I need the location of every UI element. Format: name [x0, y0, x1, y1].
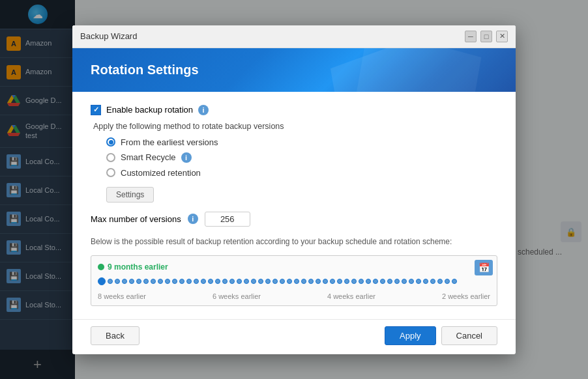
footer-left: Back	[91, 326, 140, 345]
timeline-dot	[179, 279, 184, 284]
enable-rotation-checkbox[interactable]	[91, 105, 101, 115]
radio-smart-recycle-circle[interactable]	[106, 153, 115, 162]
timeline-dot	[251, 279, 256, 284]
radio-from-earliest-circle[interactable]	[106, 137, 115, 147]
settings-button[interactable]: Settings	[106, 187, 154, 203]
dialog-header-banner: Rotation Settings	[72, 48, 516, 92]
close-button[interactable]: ✕	[496, 31, 508, 42]
timeline-dot	[359, 279, 364, 284]
timeline-dot	[437, 279, 443, 284]
timeline-dot	[108, 279, 113, 284]
timeline-dot	[409, 279, 414, 284]
radio-customized-retention[interactable]: Customized retention	[106, 168, 497, 178]
timeline-dot	[244, 279, 249, 284]
enable-rotation-label: Enable backup rotation	[106, 105, 193, 115]
dialog-header-title: Rotation Settings	[91, 63, 497, 77]
timeline-dot	[165, 279, 170, 284]
timeline-axis: 8 weeks earlier 6 weeks earlier 4 weeks …	[98, 290, 490, 305]
timeline-dot	[287, 279, 292, 284]
smart-recycle-info-icon[interactable]: i	[181, 152, 192, 163]
timeline-dot	[373, 279, 378, 284]
timeline-dot	[323, 279, 328, 284]
dialog-overlay: Backup Wizard ─ □ ✕ Rotation Settings En…	[0, 0, 588, 379]
timeline-dot	[380, 279, 385, 284]
timeline-axis-label-1: 8 weeks earlier	[98, 292, 146, 300]
timeline-dot	[344, 279, 349, 284]
timeline-dot	[265, 279, 271, 284]
timeline-dot	[208, 279, 213, 284]
apply-button[interactable]: Apply	[385, 326, 436, 345]
timeline-start-label: 9 months earlier	[98, 262, 490, 272]
rotation-method-radio-group: From the earliest versions Smart Recycle…	[106, 137, 497, 178]
timeline-dot	[151, 279, 156, 284]
timeline-inner: 9 months earlier	[91, 256, 497, 305]
timeline-dot	[445, 279, 450, 284]
timeline-dot	[308, 279, 314, 284]
timeline-dot	[402, 279, 407, 284]
max-versions-row: Max number of versions i	[91, 212, 497, 227]
dialog-body: Enable backup rotation i Apply the follo…	[72, 92, 516, 319]
timeline-dot	[366, 279, 371, 284]
timeline-dot	[258, 279, 263, 284]
description-text: Below is the possible result of backup r…	[91, 236, 497, 247]
back-button[interactable]: Back	[91, 326, 140, 345]
timeline-container: 📅 9 months earlier	[91, 255, 497, 306]
timeline-dot	[430, 279, 435, 284]
calendar-button[interactable]: 📅	[475, 260, 493, 275]
timeline-dot	[129, 279, 134, 284]
enable-backup-rotation-row[interactable]: Enable backup rotation i	[91, 105, 497, 115]
timeline-dot-green	[98, 264, 104, 270]
timeline-dot	[423, 279, 428, 284]
timeline-dot	[122, 279, 127, 284]
minimize-button[interactable]: ─	[465, 31, 477, 42]
timeline-dot	[186, 279, 192, 284]
timeline-dot	[280, 279, 285, 284]
radio-smart-recycle[interactable]: Smart Recycle i	[106, 152, 497, 163]
timeline-dot	[229, 279, 235, 284]
backup-wizard-dialog: Backup Wizard ─ □ ✕ Rotation Settings En…	[72, 25, 516, 354]
timeline-dot	[301, 279, 306, 284]
timeline-dot	[143, 279, 149, 284]
timeline-dot	[272, 279, 278, 284]
max-versions-info-icon[interactable]: i	[188, 214, 198, 224]
radio-customized-circle[interactable]	[106, 168, 115, 177]
timeline-dot	[316, 279, 321, 284]
dialog-footer: Back Apply Cancel	[72, 319, 516, 354]
timeline-dot	[136, 279, 141, 284]
radio-customized-label: Customized retention	[121, 168, 201, 178]
timeline-dot	[351, 279, 357, 284]
timeline-dot-start	[98, 277, 106, 285]
timeline-dot	[215, 279, 220, 284]
timeline-dot	[158, 279, 163, 284]
timeline-dots	[98, 277, 490, 285]
radio-from-earliest[interactable]: From the earliest versions	[106, 137, 497, 147]
max-versions-label: Max number of versions	[91, 214, 181, 224]
radio-from-earliest-label: From the earliest versions	[121, 137, 218, 147]
cancel-button[interactable]: Cancel	[441, 326, 497, 345]
dialog-title: Backup Wizard	[80, 31, 137, 41]
timeline-toolbar: 📅	[475, 260, 493, 275]
timeline-dot	[294, 279, 299, 284]
timeline-track	[98, 275, 490, 287]
timeline-dot	[222, 279, 228, 284]
titlebar-controls: ─ □ ✕	[465, 31, 508, 42]
timeline-axis-label-3: 4 weeks earlier	[327, 292, 375, 300]
timeline-dot	[201, 279, 206, 284]
timeline-axis-label-4: 2 weeks earlier	[442, 292, 490, 300]
timeline-dot	[387, 279, 392, 284]
timeline-dot	[337, 279, 342, 284]
timeline-dot-end	[452, 279, 457, 284]
timeline-dot	[237, 279, 242, 284]
enable-rotation-info-icon[interactable]: i	[198, 105, 209, 115]
timeline-dot	[416, 279, 421, 284]
timeline-dot	[330, 279, 335, 284]
max-versions-input[interactable]	[205, 212, 250, 227]
timeline-dot	[394, 279, 400, 284]
timeline-dot	[172, 279, 177, 284]
timeline-dot	[194, 279, 199, 284]
timeline-dot	[115, 279, 120, 284]
radio-smart-recycle-label: Smart Recycle	[121, 152, 176, 162]
sub-method-label: Apply the following method to rotate bac…	[93, 122, 497, 131]
maximize-button[interactable]: □	[480, 31, 492, 42]
timeline-axis-label-2: 6 weeks earlier	[213, 292, 261, 300]
